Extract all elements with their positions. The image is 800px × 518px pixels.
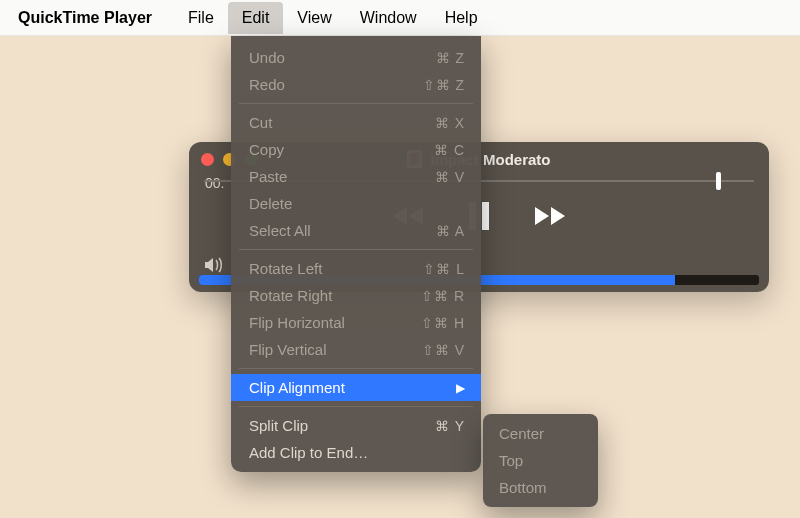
menu-item-shortcut: ⇧⌘ R <box>421 288 465 304</box>
menu-item-clip-alignment[interactable]: Clip Alignment▶ <box>231 374 481 401</box>
menu-item-label: Add Clip to End… <box>249 444 368 461</box>
menu-item-label: Flip Horizontal <box>249 314 345 331</box>
menu-separator <box>239 249 473 250</box>
menu-item-shortcut: ⌘ Z <box>436 50 465 66</box>
menu-item-shortcut: ⌘ X <box>435 115 465 131</box>
menu-window[interactable]: Window <box>346 2 431 34</box>
menu-item-label: Paste <box>249 168 287 185</box>
menu-view[interactable]: View <box>283 2 345 34</box>
menu-item-label: Rotate Left <box>249 260 322 277</box>
svg-rect-1 <box>482 202 489 230</box>
menu-item-add-clip-to-end[interactable]: Add Clip to End… <box>231 439 481 466</box>
menu-item-shortcut: ⇧⌘ H <box>421 315 465 331</box>
menu-item-paste: Paste⌘ V <box>231 163 481 190</box>
menu-item-rotate-left: Rotate Left⇧⌘ L <box>231 255 481 282</box>
menu-item-redo: Redo⇧⌘ Z <box>231 71 481 98</box>
menu-item-label: Rotate Right <box>249 287 332 304</box>
menu-item-label: Split Clip <box>249 417 308 434</box>
clip-alignment-submenu: CenterTopBottom <box>483 414 598 507</box>
menu-item-shortcut: ⌘ C <box>434 142 465 158</box>
menu-item-delete: Delete <box>231 190 481 217</box>
menu-file[interactable]: File <box>174 2 228 34</box>
menu-help[interactable]: Help <box>431 2 492 34</box>
menu-item-split-clip[interactable]: Split Clip⌘ Y <box>231 412 481 439</box>
submenu-item-top: Top <box>483 447 598 474</box>
menu-item-label: Cut <box>249 114 272 131</box>
menu-item-label: Copy <box>249 141 284 158</box>
menu-item-shortcut: ⇧⌘ L <box>423 261 465 277</box>
app-name: QuickTime Player <box>18 9 152 27</box>
fast-forward-button[interactable] <box>533 205 567 227</box>
menu-item-shortcut: ⇧⌘ Z <box>423 77 465 93</box>
submenu-arrow-icon: ▶ <box>456 381 465 395</box>
time-display: 00: <box>205 175 224 191</box>
submenu-item-center: Center <box>483 420 598 447</box>
menu-item-label: Redo <box>249 76 285 93</box>
menu-item-flip-horizontal: Flip Horizontal⇧⌘ H <box>231 309 481 336</box>
menu-item-label: Clip Alignment <box>249 379 345 396</box>
menu-item-label: Select All <box>249 222 311 239</box>
submenu-item-bottom: Bottom <box>483 474 598 501</box>
menu-separator <box>239 368 473 369</box>
menu-item-label: Delete <box>249 195 292 212</box>
volume-icon[interactable] <box>205 257 225 273</box>
menu-item-shortcut: ⌘ Y <box>435 418 465 434</box>
menu-item-label: Undo <box>249 49 285 66</box>
menu-item-shortcut: ⇧⌘ V <box>422 342 465 358</box>
menu-item-copy: Copy⌘ C <box>231 136 481 163</box>
menu-item-rotate-right: Rotate Right⇧⌘ R <box>231 282 481 309</box>
menu-item-undo: Undo⌘ Z <box>231 44 481 71</box>
menu-separator <box>239 406 473 407</box>
menu-item-shortcut: ⌘ V <box>435 169 465 185</box>
menu-separator <box>239 103 473 104</box>
menu-item-cut: Cut⌘ X <box>231 109 481 136</box>
menu-item-label: Flip Vertical <box>249 341 327 358</box>
playhead[interactable] <box>716 172 721 190</box>
menu-item-shortcut: ⌘ A <box>436 223 465 239</box>
menubar: QuickTime Player File Edit View Window H… <box>0 0 800 36</box>
edit-menu-dropdown: Undo⌘ ZRedo⇧⌘ ZCut⌘ XCopy⌘ CPaste⌘ VDele… <box>231 36 481 472</box>
menu-edit[interactable]: Edit <box>228 2 284 34</box>
menu-item-flip-vertical: Flip Vertical⇧⌘ V <box>231 336 481 363</box>
menu-item-select-all: Select All⌘ A <box>231 217 481 244</box>
